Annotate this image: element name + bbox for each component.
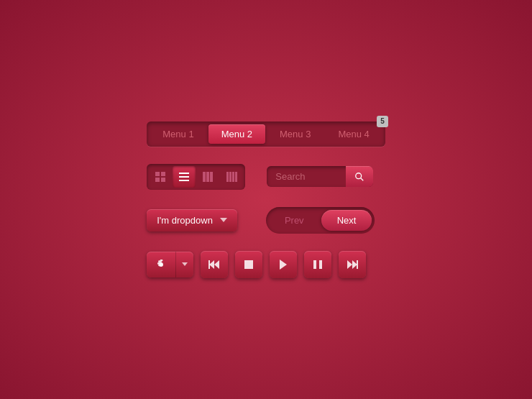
table-view-button[interactable] xyxy=(220,166,243,188)
skip-forward-icon xyxy=(347,259,358,270)
tab-menu3[interactable]: Menu 3 xyxy=(267,124,324,144)
search-icon xyxy=(354,172,364,182)
search-input[interactable] xyxy=(267,166,346,187)
dropdown-label: I'm dropdown xyxy=(157,215,213,226)
grid-view-button[interactable] xyxy=(149,166,172,188)
row4 xyxy=(147,251,366,278)
prev-button[interactable]: Prev xyxy=(269,210,320,231)
settings-dropdown-button[interactable] xyxy=(176,252,193,278)
svg-rect-1 xyxy=(161,172,165,176)
pause-icon xyxy=(312,259,324,270)
dropdown-button[interactable]: I'm dropdown xyxy=(147,209,237,231)
svg-rect-26 xyxy=(357,260,358,269)
columns-view-button[interactable] xyxy=(196,166,219,188)
svg-rect-3 xyxy=(161,178,165,182)
stop-button[interactable] xyxy=(235,251,262,278)
ui-container: Menu 1 Menu 2 Menu 3 Menu 4 5 xyxy=(147,121,385,278)
svg-rect-7 xyxy=(203,172,206,182)
skip-back-button[interactable] xyxy=(201,251,228,278)
svg-rect-10 xyxy=(226,172,229,182)
tab-menu1[interactable]: Menu 1 xyxy=(150,124,206,144)
svg-marker-24 xyxy=(347,260,352,269)
tab-nav: Menu 1 Menu 2 Menu 3 Menu 4 5 xyxy=(147,121,385,147)
svg-rect-11 xyxy=(229,172,231,182)
row3: I'm dropdown Prev Next xyxy=(147,207,375,234)
svg-rect-8 xyxy=(206,172,209,182)
svg-marker-17 xyxy=(214,260,219,269)
chevron-down-icon xyxy=(182,262,188,266)
view-toggle xyxy=(147,164,245,190)
play-button[interactable] xyxy=(270,251,297,278)
svg-rect-12 xyxy=(232,172,234,182)
svg-point-16 xyxy=(160,262,163,266)
row2 xyxy=(147,164,373,190)
svg-rect-23 xyxy=(319,260,322,269)
svg-line-15 xyxy=(361,178,364,180)
gear-icon xyxy=(155,259,167,270)
next-button[interactable]: Next xyxy=(321,210,372,231)
pause-button[interactable] xyxy=(304,251,331,278)
svg-rect-9 xyxy=(210,172,213,182)
tab-badge: 5 xyxy=(377,116,388,127)
svg-marker-21 xyxy=(280,260,287,270)
svg-rect-19 xyxy=(208,260,210,269)
svg-marker-18 xyxy=(209,260,214,269)
skip-back-icon xyxy=(208,259,220,270)
svg-point-14 xyxy=(356,173,362,178)
svg-rect-22 xyxy=(313,260,316,269)
stop-icon xyxy=(243,259,254,270)
list-view-button[interactable] xyxy=(173,166,196,188)
search-bar xyxy=(267,166,373,187)
settings-button[interactable] xyxy=(147,252,176,278)
svg-rect-13 xyxy=(235,172,237,182)
svg-rect-6 xyxy=(179,180,189,181)
play-icon xyxy=(278,259,289,270)
tab-menu4[interactable]: Menu 4 xyxy=(325,124,382,144)
svg-rect-2 xyxy=(155,178,160,182)
svg-rect-5 xyxy=(179,176,189,178)
search-button[interactable] xyxy=(346,166,373,187)
tab-menu2[interactable]: Menu 2 xyxy=(208,124,265,144)
skip-forward-button[interactable] xyxy=(339,251,366,278)
svg-rect-0 xyxy=(155,172,160,176)
prev-next-group: Prev Next xyxy=(266,207,375,234)
svg-rect-4 xyxy=(179,173,189,174)
settings-button-group xyxy=(147,252,193,278)
svg-marker-25 xyxy=(352,260,357,269)
svg-rect-20 xyxy=(244,260,253,269)
dropdown-arrow-icon xyxy=(220,218,227,222)
